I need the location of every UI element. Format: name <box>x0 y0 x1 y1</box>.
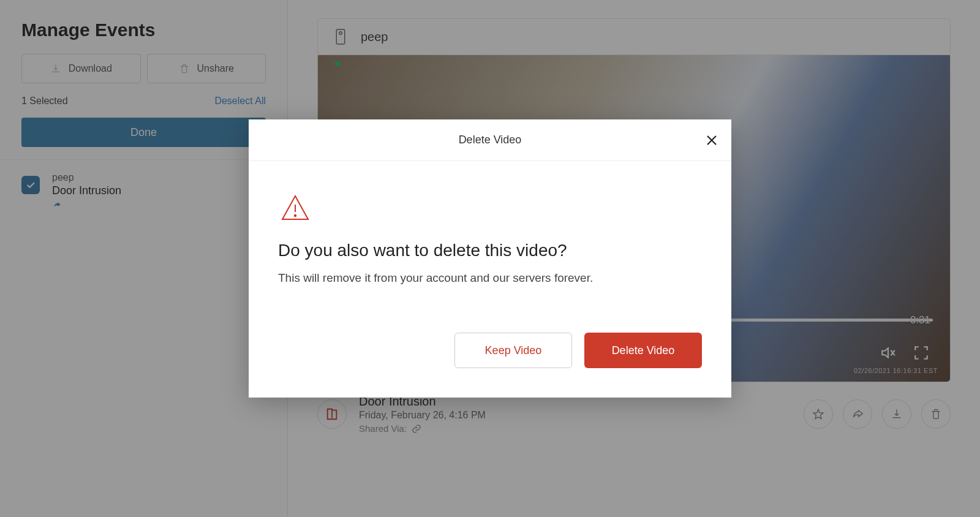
modal-heading: Do you also want to delete this video? <box>278 241 702 260</box>
modal-footer: Keep Video Delete Video <box>249 333 731 398</box>
modal-paragraph: This will remove it from your account an… <box>278 271 702 285</box>
warning-icon <box>278 192 312 224</box>
modal-title: Delete Video <box>459 134 522 146</box>
keep-video-button[interactable]: Keep Video <box>454 333 572 368</box>
delete-modal: Delete Video Do you also want to delete … <box>249 119 731 398</box>
svg-point-3 <box>295 215 296 216</box>
modal-header: Delete Video <box>249 119 731 161</box>
close-icon <box>704 133 719 148</box>
delete-video-button[interactable]: Delete Video <box>584 333 702 368</box>
modal-body: Do you also want to delete this video? T… <box>249 161 731 333</box>
modal-close-button[interactable] <box>704 133 719 148</box>
modal-scrim[interactable]: Delete Video Do you also want to delete … <box>0 0 980 517</box>
